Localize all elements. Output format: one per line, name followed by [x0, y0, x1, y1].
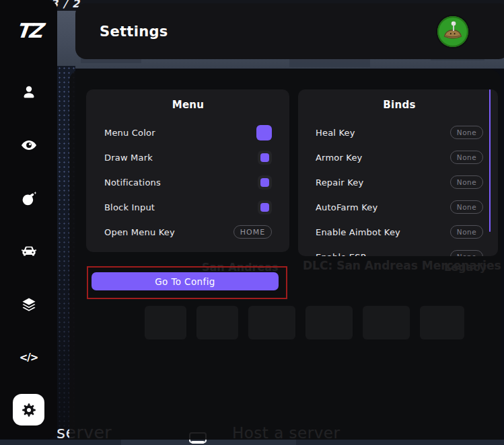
binds-panel-title: Binds	[316, 99, 483, 111]
gear-icon	[21, 402, 37, 418]
heal-keybind-button[interactable]: None	[450, 126, 483, 139]
autofarm-key-label: AutoFarm Key	[316, 202, 377, 212]
bind-row-aimbot: Enable Aimbot Key None	[316, 224, 483, 240]
draw-mark-checkbox[interactable]	[258, 151, 272, 165]
sidebar-item-vehicle[interactable]	[0, 243, 57, 260]
bind-row-esp: Enable ESP None	[316, 249, 483, 256]
page-title: Settings	[100, 24, 168, 40]
block-input-label: Block Input	[104, 202, 155, 212]
menu-row-blockinput: Block Input	[104, 199, 272, 215]
open-menu-keybind-button[interactable]: HOME	[233, 225, 272, 239]
bind-row-autofarm: AutoFarm Key None	[316, 199, 483, 215]
car-icon	[20, 243, 38, 260]
settings-modal: Menu Menu Color Draw Mark Notifications …	[69, 69, 501, 440]
heal-key-label: Heal Key	[316, 128, 355, 138]
menu-row-drawmark: Draw Mark	[104, 149, 272, 165]
avatar-image	[436, 15, 470, 48]
code-icon: </>	[20, 352, 38, 364]
app-root: 3 / 2 San Andreas Legacy DLC: San Andrea…	[0, 0, 504, 445]
sidebar-item-weapons[interactable]	[0, 190, 57, 207]
sidebar-item-visuals[interactable]	[0, 136, 57, 154]
bind-row-heal: Heal Key None	[316, 124, 483, 140]
sidebar-item-scripts[interactable]: </>	[0, 349, 57, 366]
settings-header: Settings	[75, 3, 504, 59]
monitor-icon-bar	[191, 441, 205, 444]
repair-key-label: Repair Key	[316, 177, 363, 188]
menu-row-color: Menu Color	[104, 124, 272, 140]
notifications-label: Notifications	[104, 177, 161, 188]
binds-panel: Binds Heal Key None Armor Key None Repai…	[298, 89, 498, 256]
go-to-config-button[interactable]: Go To Config	[92, 272, 279, 290]
menu-row-notifications: Notifications	[104, 174, 272, 190]
menu-color-label: Menu Color	[104, 128, 155, 138]
armor-keybind-button[interactable]: None	[450, 151, 483, 164]
sidebar: TZ	[0, 0, 57, 439]
menu-color-swatch[interactable]	[256, 125, 272, 140]
user-icon	[21, 84, 37, 100]
aimbot-keybind-button[interactable]: None	[450, 225, 483, 239]
open-menu-key-label: Open Menu Key	[104, 227, 175, 237]
user-avatar[interactable]	[436, 15, 470, 48]
armor-key-label: Armor Key	[316, 153, 362, 163]
sidebar-item-settings[interactable]	[13, 394, 44, 426]
esp-keybind-button[interactable]: None	[450, 250, 483, 256]
app-logo: TZ	[0, 19, 59, 42]
menu-panel: Menu Menu Color Draw Mark Notifications …	[86, 89, 289, 252]
eye-icon	[20, 136, 38, 154]
block-input-checkbox[interactable]	[258, 200, 272, 214]
notifications-checkbox[interactable]	[258, 175, 272, 190]
repair-keybind-button[interactable]: None	[450, 175, 483, 189]
aimbot-key-label: Enable Aimbot Key	[316, 227, 400, 237]
sidebar-item-player[interactable]	[0, 83, 57, 101]
autofarm-keybind-button[interactable]: None	[450, 200, 483, 214]
bind-row-repair: Repair Key None	[316, 174, 483, 190]
menu-panel-title: Menu	[104, 99, 272, 111]
sidebar-item-misc[interactable]	[0, 296, 57, 313]
menu-row-openkey: Open Menu Key HOME	[104, 224, 272, 240]
layers-icon	[20, 296, 38, 313]
esp-key-label: Enable ESP	[316, 252, 366, 257]
draw-mark-label: Draw Mark	[104, 153, 153, 163]
binds-scrollbar[interactable]	[489, 89, 491, 232]
bomb-icon	[20, 190, 38, 207]
bind-row-armor: Armor Key None	[316, 149, 483, 165]
